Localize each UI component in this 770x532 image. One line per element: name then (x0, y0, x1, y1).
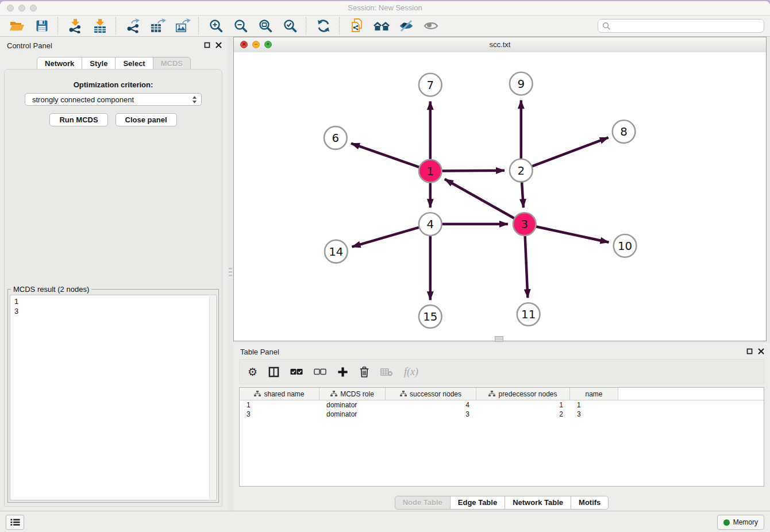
eye-hide-button[interactable] (394, 17, 418, 35)
edge-2-8[interactable] (532, 137, 608, 166)
delete-table-button[interactable] (380, 368, 393, 376)
graph-node-label: 14 (329, 245, 343, 259)
save-icon (35, 19, 49, 33)
toolbar-separator (198, 17, 202, 34)
search-input[interactable] (614, 21, 764, 31)
zoom-selected-icon (283, 18, 298, 33)
network-window-title: scc.txt (234, 37, 766, 52)
minimize-window-icon[interactable] (18, 5, 25, 11)
memory-button[interactable]: Memory (717, 515, 764, 530)
delete-columns-button[interactable] (359, 366, 369, 378)
close-panel-icon[interactable] (215, 42, 222, 48)
edge-3-11[interactable] (525, 236, 528, 298)
refresh-button[interactable] (311, 17, 336, 35)
window-title: Session: New Session (0, 1, 770, 15)
control-panel: Control Panel NetworkStyleSelectMCDS Opt… (0, 37, 228, 511)
open-session-button[interactable] (5, 17, 29, 35)
table-cell[interactable]: dominator (319, 401, 386, 409)
table-cell[interactable]: 2 (476, 410, 570, 418)
float-panel-icon[interactable] (746, 348, 753, 354)
tab-edge-table[interactable]: Edge Table (450, 496, 505, 510)
memory-status-icon (723, 519, 730, 526)
graph-node-label: 7 (426, 79, 434, 92)
create-column-button[interactable] (337, 367, 348, 377)
network-close-icon[interactable]: ✕ (240, 41, 248, 48)
show-columns-button[interactable] (268, 367, 279, 377)
select-all-columns-button[interactable] (290, 368, 303, 375)
table-cell[interactable]: 1 (476, 401, 570, 409)
table-row[interactable]: 3dominator323 (240, 410, 764, 419)
tab-network-table[interactable]: Network Table (505, 496, 571, 510)
import-table-button[interactable] (87, 17, 112, 35)
zoom-fit-button[interactable] (253, 17, 278, 35)
close-window-icon[interactable] (7, 5, 14, 11)
column-header-name[interactable]: name (570, 388, 618, 400)
export-network-button[interactable] (121, 17, 145, 35)
maximize-window-icon[interactable] (30, 5, 37, 11)
float-panel-icon[interactable] (204, 42, 210, 48)
optimization-criterion-label: Optimization criterion: (5, 80, 222, 89)
table-cell[interactable]: 3 (386, 410, 476, 418)
mcds-result-list[interactable]: 13 (10, 295, 217, 500)
column-header-MCDS-role[interactable]: MCDS role (319, 388, 386, 400)
table-cell[interactable]: 4 (386, 401, 476, 409)
eye-show-button[interactable] (418, 17, 443, 35)
task-history-button[interactable] (6, 515, 24, 530)
table-row[interactable]: 1dominator411 (240, 400, 764, 410)
export-image-button[interactable] (170, 17, 195, 35)
optimization-select[interactable]: strongly connected component (25, 93, 202, 106)
graph-svg: 7968124314101511 (234, 52, 766, 341)
splitter-grip-icon[interactable] (229, 268, 232, 277)
close-panel-button[interactable]: Close panel (116, 113, 177, 126)
close-panel-icon[interactable] (758, 348, 764, 354)
column-header-successor-nodes[interactable]: successor nodes (386, 388, 476, 400)
edge-1-2[interactable] (442, 171, 505, 171)
home-button[interactable] (369, 17, 394, 35)
toolbar-separator (57, 17, 61, 34)
edge-2-3[interactable] (522, 182, 523, 207)
tab-node-table[interactable]: Node Table (395, 496, 451, 510)
edge-1-6[interactable] (351, 144, 419, 168)
network-canvas[interactable]: 7968124314101511 (234, 52, 766, 341)
canvas-collapse-handle[interactable] (495, 336, 503, 342)
search-icon (602, 22, 611, 30)
edge-3-1[interactable] (445, 179, 515, 218)
import-network-button[interactable] (63, 17, 87, 35)
edge-4-14[interactable] (352, 228, 419, 247)
table-cell[interactable]: 3 (570, 410, 618, 418)
search-field[interactable] (598, 19, 764, 33)
export-table-icon (150, 18, 166, 33)
edge-3-10[interactable] (536, 226, 609, 242)
table-cell[interactable]: 3 (240, 410, 319, 418)
table-settings-button[interactable]: ⚙ (248, 367, 257, 377)
panel-splitter[interactable] (228, 37, 233, 511)
export-network-icon (126, 18, 141, 33)
run-mcds-button[interactable]: Run MCDS (49, 113, 107, 126)
column-header-predecessor-nodes[interactable]: predecessor nodes (476, 388, 570, 400)
network-maximize-icon[interactable]: + (264, 41, 272, 48)
memory-label: Memory (733, 518, 758, 526)
deselect-all-columns-button[interactable] (314, 368, 326, 375)
toolbar-separator (339, 17, 342, 34)
table-cell[interactable]: 1 (570, 401, 618, 409)
network-window: ✕ − + scc.txt 7968124314101511 (233, 37, 767, 341)
zoom-fit-icon (258, 18, 273, 33)
network-minimize-icon[interactable]: − (252, 41, 260, 48)
zoom-in-button[interactable] (203, 17, 228, 35)
save-session-button[interactable] (29, 17, 54, 35)
clone-network-button[interactable] (344, 17, 369, 35)
network-window-titlebar[interactable]: ✕ − + scc.txt (234, 37, 766, 53)
export-table-button[interactable] (145, 17, 170, 35)
result-scrollbar[interactable] (209, 296, 215, 499)
column-header-shared-name[interactable]: shared name (240, 388, 319, 400)
graph-node-label: 10 (618, 240, 632, 253)
zoom-selected-button[interactable] (278, 17, 302, 35)
table-cell[interactable]: 1 (240, 401, 319, 409)
import-network-icon (68, 18, 83, 33)
window-controls (7, 5, 37, 11)
zoom-out-button[interactable] (228, 17, 253, 35)
hierarchy-icon (400, 391, 407, 397)
tab-motifs[interactable]: Motifs (571, 496, 609, 510)
function-builder-button[interactable]: f(x) (404, 366, 418, 378)
table-cell[interactable]: dominator (319, 410, 386, 418)
